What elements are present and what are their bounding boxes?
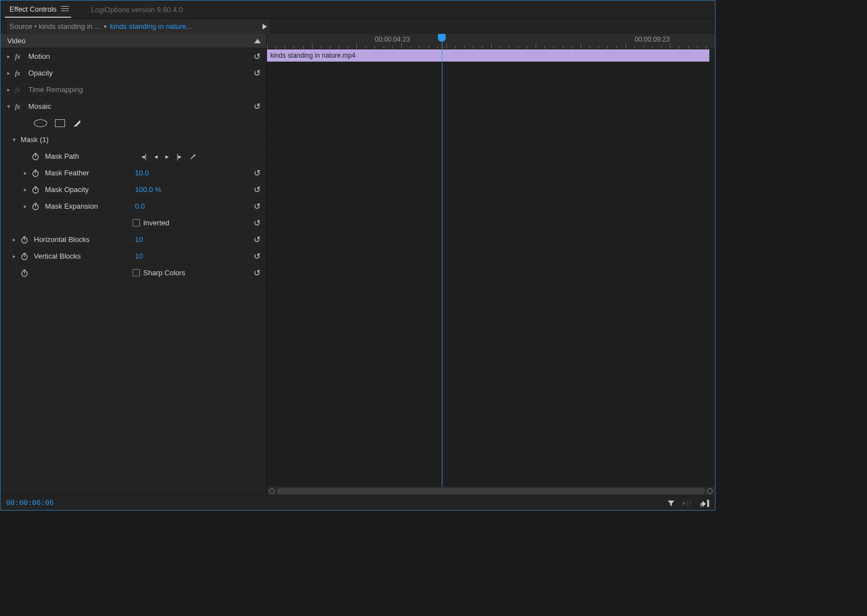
export-icon[interactable] [700,499,709,507]
stopwatch-icon[interactable] [21,253,28,260]
tab-logioptions[interactable]: LogiOptions version 9.60.4.0 [78,6,183,14]
mask-expansion-value[interactable]: 0.0 [135,202,145,210]
source-chevron-icon[interactable]: ▾ [104,23,107,29]
sharp-colors-label: Sharp Colors [143,269,185,277]
effect-controls-panel: Effect Controls LogiOptions version 9.60… [0,0,715,511]
mask-header-row[interactable]: ▾ Mask (1) [1,132,266,148]
reset-icon[interactable]: ↺ [254,201,261,211]
step-forward-icon[interactable]: |▸ [177,153,182,160]
sharp-colors-checkbox[interactable] [133,269,140,276]
stopwatch-icon[interactable] [32,203,39,210]
zoom-in-handle[interactable] [707,488,713,494]
clip-bar[interactable]: kinds standing in nature.mp4 [267,49,709,62]
play-icon[interactable]: ▸ [165,153,169,160]
twirl-icon[interactable]: ▸ [22,203,28,209]
ruler-time-label: 00:00:09:23 [634,36,669,43]
reset-icon[interactable]: ↺ [254,102,261,112]
reset-icon[interactable]: ↺ [254,185,261,195]
mask-feather-value[interactable]: 10.0 [135,169,149,177]
twirl-icon[interactable]: ▸ [11,236,17,243]
mask-path-label: Mask Path [45,152,79,160]
reset-icon[interactable]: ↺ [254,235,261,245]
mask-inverted-row[interactable]: Inverted ↺ [1,215,266,231]
sharp-colors-row[interactable]: Sharp Colors ↺ [1,265,266,281]
horizontal-scrollbar[interactable] [267,487,715,496]
effect-mosaic-row[interactable]: ▾ fx Mosaic ↺ [1,98,266,115]
tab-effect-controls-label: Effect Controls [9,5,57,13]
mask-expansion-row[interactable]: ▸ Mask Expansion 0.0 ↺ [1,198,266,215]
effect-opacity-row[interactable]: ▸ fx Opacity ↺ [1,65,266,82]
playhead-handle-icon[interactable] [438,34,446,42]
twirl-icon[interactable]: ▸ [11,253,17,259]
rectangle-mask-icon[interactable] [55,119,65,127]
properties-tree: Video ▸ fx Motion ↺ ▸ fx Opacity ↺ ▸ fx [1,34,267,496]
video-section-header[interactable]: Video [1,34,266,48]
twirl-icon[interactable]: ▸ [22,170,28,176]
fx-icon: fx [15,85,25,94]
stopwatch-icon[interactable] [21,269,28,277]
reset-icon[interactable]: ↺ [254,268,261,278]
bottom-icons [667,499,709,507]
sequence-name[interactable]: kinds standing in nature... [110,22,257,31]
vertical-blocks-row[interactable]: ▸ Vertical Blocks 10 ↺ [1,248,266,265]
scrollbar-thumb[interactable] [277,488,705,494]
playhead-line[interactable] [442,34,442,487]
wrench-icon[interactable] [189,153,197,160]
prev-keyframe-icon[interactable]: ◂| [142,153,147,160]
mask-opacity-row[interactable]: ▸ Mask Opacity 100.0 % ↺ [1,181,266,198]
effect-motion-row[interactable]: ▸ fx Motion ↺ [1,48,266,65]
collapse-arrow-icon[interactable] [254,39,261,43]
mask-feather-row[interactable]: ▸ Mask Feather 10.0 ↺ [1,165,266,181]
clip-name: kinds standing in nature.mp4 [270,52,355,59]
play-audio-icon[interactable] [683,499,693,507]
mask-opacity-value[interactable]: 100.0 % [135,185,162,194]
reset-icon[interactable]: ↺ [254,251,261,261]
vblocks-label: Vertical Blocks [34,252,81,260]
twirl-icon[interactable]: ▾ [11,137,17,143]
opacity-label: Opacity [28,69,53,77]
mask-path-row[interactable]: Mask Path ◂| ◂ ▸ |▸ [1,148,266,165]
twirl-icon[interactable]: ▸ [5,87,12,93]
step-back-icon[interactable]: ◂ [154,153,158,160]
source-bar: Source • kinds standing in ... ▾ kinds s… [1,18,715,34]
hblocks-value[interactable]: 10 [135,235,143,244]
motion-label: Motion [28,52,50,60]
pen-mask-icon[interactable] [73,119,82,128]
inverted-checkbox[interactable] [133,219,140,226]
stopwatch-icon[interactable] [21,236,28,244]
mask-feather-label: Mask Feather [45,169,89,177]
mosaic-label: Mosaic [28,102,51,110]
hblocks-label: Horizontal Blocks [34,235,89,244]
twirl-icon[interactable]: ▸ [5,70,12,76]
twirl-icon[interactable]: ▸ [22,186,28,193]
svg-marker-0 [263,24,267,29]
svg-marker-22 [683,501,686,506]
stopwatch-icon[interactable] [32,153,39,160]
play-only-icon[interactable] [260,22,269,31]
stopwatch-icon[interactable] [32,186,39,194]
mask-header-label: Mask (1) [21,135,49,144]
filter-icon[interactable] [667,499,675,507]
stopwatch-icon[interactable] [32,169,39,177]
ellipse-mask-icon[interactable] [34,119,47,127]
twirl-icon[interactable]: ▸ [5,53,12,59]
timeline-body[interactable] [267,62,715,487]
vblocks-value[interactable]: 10 [135,252,143,260]
tab-effect-controls[interactable]: Effect Controls [5,2,71,18]
reset-icon[interactable]: ↺ [254,68,261,78]
effect-timeline: 00:00:04:2300:00:09:23 kinds standing in… [267,34,715,496]
reset-icon[interactable]: ↺ [254,168,261,178]
time-ruler[interactable]: 00:00:04:2300:00:09:23 [267,34,715,49]
panel-menu-icon[interactable] [61,6,69,12]
effect-time-remapping-row[interactable]: ▸ fx Time Remapping [1,82,266,98]
video-header-label: Video [7,37,26,45]
panel-tabs: Effect Controls LogiOptions version 9.60… [1,1,715,18]
current-timecode[interactable]: 00:00:06:06 [6,499,54,507]
horizontal-blocks-row[interactable]: ▸ Horizontal Blocks 10 ↺ [1,231,266,248]
time-remapping-label: Time Remapping [28,85,83,94]
reset-icon[interactable]: ↺ [254,218,261,228]
bottom-bar: 00:00:06:06 [1,496,715,510]
twirl-icon[interactable]: ▾ [5,103,12,109]
reset-icon[interactable]: ↺ [254,52,261,62]
zoom-out-handle[interactable] [269,488,275,494]
